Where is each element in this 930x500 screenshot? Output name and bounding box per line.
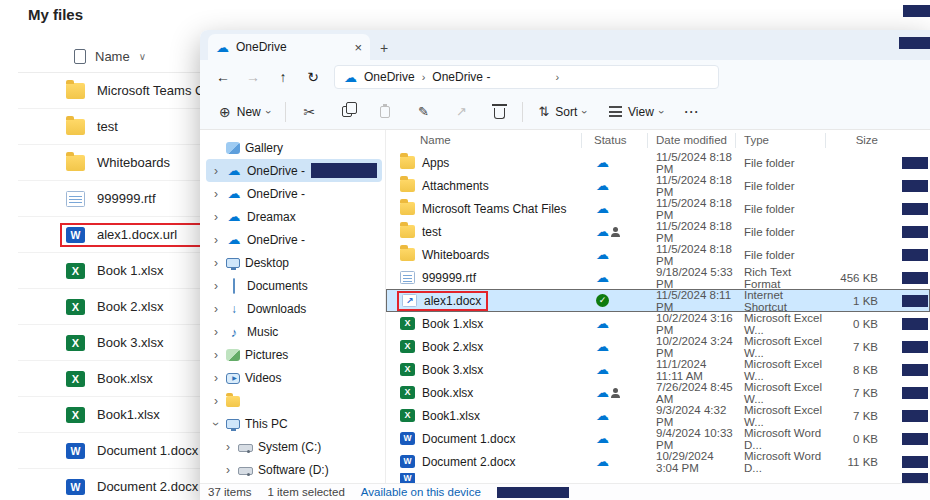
file-name: Book1.xlsx [97, 407, 160, 422]
table-row-selected[interactable]: alex1.docx11/5/2024 8:11 PMInternet Shor… [386, 289, 930, 312]
table-row[interactable]: Document 1.docx9/4/2024 10:33 PMMicrosof… [386, 427, 930, 450]
delete-button[interactable] [484, 99, 514, 125]
table-row[interactable]: Book 3.xlsx11/1/2024 11:11 AMMicrosoft E… [386, 358, 930, 381]
new-button-label: New [237, 105, 261, 119]
chevron-right-icon[interactable]: › [211, 164, 221, 178]
table-row[interactable]: test11/5/2024 8:18 PMFile folder [386, 220, 930, 243]
chevron-right-icon[interactable]: › [211, 371, 221, 385]
table-row[interactable]: Book.xlsx7/26/2024 8:45 AMMicrosoft Exce… [386, 381, 930, 404]
sidebar-item-onedrive[interactable]: ›OneDrive - [206, 182, 382, 205]
sidebar-item-music[interactable]: ›Music [206, 320, 382, 343]
sidebar-item-onedrive-selected[interactable]: ›OneDrive - [206, 159, 382, 182]
breadcrumb-second[interactable]: OneDrive - [432, 70, 490, 84]
sidebar-item-dreamax[interactable]: ›Dreamax [206, 205, 382, 228]
table-row[interactable]: Apps11/5/2024 8:18 PMFile folder [386, 151, 930, 174]
new-tab-button[interactable]: + [380, 40, 388, 56]
table-row[interactable]: Book 1.xlsx10/2/2024 3:16 PMMicrosoft Ex… [386, 312, 930, 335]
column-name[interactable]: Name [386, 133, 582, 148]
file-name: Book.xlsx [422, 386, 473, 400]
table-row[interactable]: Book1.xlsx9/3/2024 4:32 PMMicrosoft Exce… [386, 404, 930, 427]
back-button[interactable] [210, 65, 236, 89]
forward-button[interactable] [240, 65, 266, 89]
sidebar-item-documents[interactable]: ›Documents [206, 274, 382, 297]
chevron-right-icon[interactable]: › [211, 279, 221, 293]
rename-button[interactable] [408, 99, 438, 125]
table-row[interactable]: Document 2.docx10/29/2024 3:04 PMMicroso… [386, 450, 930, 473]
address-bar[interactable]: OneDrive › OneDrive - › [334, 65, 719, 89]
sidebar-item-software-d[interactable]: ›Software (D:) [218, 458, 382, 481]
sidebar-item-videos[interactable]: ›Videos [206, 366, 382, 389]
chevron-right-icon[interactable]: › [211, 325, 221, 339]
cloud-status-icon [596, 247, 609, 262]
sidebar-item-system-c[interactable]: ›System (C:) [218, 435, 382, 458]
rtf-file-icon [66, 191, 85, 207]
title-bar[interactable]: OneDrive × + [200, 30, 930, 60]
desktop-icon [226, 258, 240, 268]
table-row[interactable]: Book 2.xlsx10/2/2024 3:24 PMMicrosoft Ex… [386, 335, 930, 358]
new-button[interactable]: New › [212, 100, 277, 124]
file-name: Microsoft Teams Chat Files [422, 202, 567, 216]
music-icon [226, 325, 242, 339]
redaction-box [902, 341, 928, 353]
date-modified: 11/5/2024 8:18 PM [648, 151, 736, 175]
share-button[interactable] [446, 99, 476, 125]
sidebar-item-gallery[interactable]: Gallery [206, 136, 382, 159]
column-date-modified[interactable]: Date modified [648, 133, 736, 148]
cloud-status-icon [596, 201, 609, 216]
breadcrumb-root[interactable]: OneDrive [364, 70, 415, 84]
table-row[interactable]: Attachments11/5/2024 8:18 PMFile folder [386, 174, 930, 197]
date-modified: 11/5/2024 8:18 PM [648, 174, 736, 198]
sidebar-item-this-pc[interactable]: ›This PC [206, 412, 382, 435]
command-toolbar: New › Sort › View › ··· [200, 94, 930, 130]
file-name: Book1.xlsx [422, 409, 480, 423]
shared-person-icon [611, 388, 620, 398]
chevron-right-icon[interactable]: › [223, 440, 233, 454]
file-type: File folder [736, 157, 826, 169]
cut-button[interactable] [294, 99, 324, 125]
sidebar-item-downloads[interactable]: ›Downloads [206, 297, 382, 320]
chevron-right-icon[interactable]: › [211, 348, 221, 362]
breadcrumb-separator-icon[interactable]: › [555, 71, 559, 83]
chevron-right-icon[interactable]: › [211, 302, 221, 316]
chevron-right-icon[interactable]: › [211, 394, 221, 408]
file-type: Internet Shortcut [736, 289, 826, 313]
sidebar-item-label: System (C:) [258, 440, 321, 454]
sidebar-item-folder[interactable]: › [206, 389, 382, 412]
up-button[interactable] [270, 65, 296, 89]
table-row[interactable]: Microsoft Teams Chat Files11/5/2024 8:18… [386, 197, 930, 220]
sidebar-item-pictures[interactable]: ›Pictures [206, 343, 382, 366]
chevron-right-icon[interactable]: › [223, 463, 233, 477]
refresh-button[interactable] [300, 65, 326, 89]
chevron-right-icon[interactable]: › [211, 256, 221, 270]
internet-shortcut-icon [402, 294, 417, 307]
copy-button[interactable] [332, 99, 362, 125]
redaction-box [902, 456, 928, 468]
chevron-down-icon[interactable]: › [209, 419, 223, 429]
sort-button[interactable]: Sort › [531, 100, 594, 123]
excel-file-icon [400, 340, 415, 353]
paste-button[interactable] [370, 99, 400, 125]
chevron-right-icon[interactable]: › [211, 233, 221, 247]
redaction-box [902, 203, 928, 215]
selection-count: 1 item selected [267, 486, 344, 498]
explorer-tab[interactable]: OneDrive × [208, 34, 370, 60]
column-type[interactable]: Type [736, 133, 826, 148]
word-file-icon [400, 455, 415, 468]
chevron-right-icon[interactable]: › [211, 187, 221, 201]
sort-chevron-icon[interactable]: ∨ [139, 51, 146, 62]
chevron-right-icon[interactable]: › [211, 210, 221, 224]
excel-file-icon [400, 317, 415, 330]
table-row[interactable]: Whiteboards11/5/2024 8:18 PMFile folder [386, 243, 930, 266]
view-button-label: View [628, 105, 654, 119]
view-button[interactable]: View › [602, 101, 670, 123]
sidebar-item-onedrive[interactable]: ›OneDrive - [206, 228, 382, 251]
table-row[interactable]: 999999.rtf9/18/2024 5:33 PMRich Text For… [386, 266, 930, 289]
table-row-partial[interactable] [386, 473, 930, 483]
column-size[interactable]: Size [826, 133, 886, 148]
sidebar-item-desktop[interactable]: ›Desktop [206, 251, 382, 274]
item-count: 37 items [208, 486, 251, 498]
share-icon [456, 104, 467, 119]
tab-close-icon[interactable]: × [354, 40, 362, 55]
see-more-button[interactable]: ··· [678, 105, 705, 119]
column-status[interactable]: Status [582, 133, 648, 148]
